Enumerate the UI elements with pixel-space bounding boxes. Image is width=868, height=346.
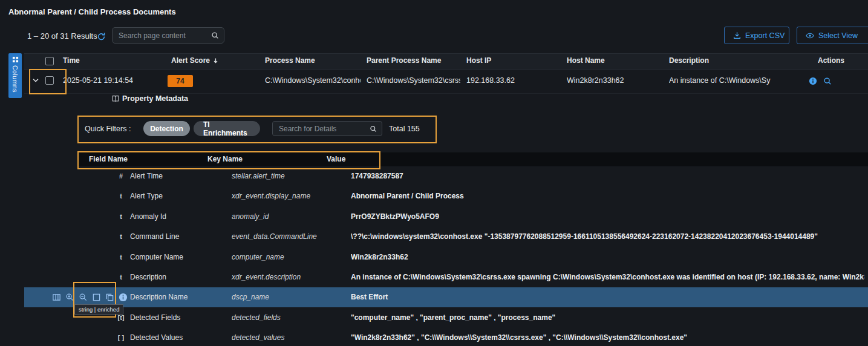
- book-icon: [111, 94, 120, 103]
- column-header-description[interactable]: Description: [669, 54, 709, 68]
- download-icon: [733, 31, 741, 39]
- meta-row-alert-type[interactable]: t Alert Type xdr_event.display_name Abno…: [24, 186, 868, 206]
- info-icon[interactable]: [809, 77, 817, 85]
- key-name: anomaly_id: [232, 207, 269, 227]
- meta-row-detected-fields[interactable]: [t] Detected Fields detected_fields "com…: [24, 308, 868, 328]
- key-name: dscp_name: [232, 287, 269, 307]
- filter-pill-detection[interactable]: Detection: [143, 121, 190, 136]
- key-name: detected_values: [232, 328, 284, 346]
- expand-chevron-icon[interactable]: [31, 76, 40, 85]
- field-name: Computer Name: [130, 247, 183, 267]
- field-value: "computer_name" , "parent_proc_name" , "…: [351, 308, 864, 328]
- column-header-time[interactable]: Time: [63, 54, 80, 68]
- field-name: Detected Values: [130, 328, 183, 346]
- meta-column-key-name: Key Name: [207, 152, 243, 166]
- field-value: Win2k8r2n33h62: [351, 247, 864, 267]
- select-all-checkbox[interactable]: [45, 57, 54, 65]
- eye-icon: [806, 31, 814, 40]
- field-value: 1747938287587: [351, 166, 864, 186]
- search-icon: [370, 125, 377, 132]
- sort-desc-icon: [212, 57, 219, 64]
- field-value: \??\c:\windows\system32\conhost.exe "-13…: [351, 227, 864, 247]
- field-type-string-icon: t: [115, 207, 127, 227]
- filter-in-icon[interactable]: [65, 293, 74, 302]
- key-name: computer_name: [232, 247, 284, 267]
- export-csv-button[interactable]: Export CSV: [724, 27, 789, 44]
- filter-out-icon[interactable]: [79, 293, 88, 302]
- key-name: detected_fields: [232, 308, 281, 328]
- metadata-header-row: Field Name Key Name Value: [77, 152, 868, 166]
- filter-pill-ti-enrichments[interactable]: TI Enrichments: [194, 121, 260, 136]
- cell-process-name: C:\Windows\System32\conho: [265, 68, 361, 93]
- key-name: stellar.alert_time: [232, 166, 285, 186]
- field-name: Alert Type: [130, 186, 163, 206]
- field-type-number-icon: #: [115, 166, 127, 186]
- row-checkbox[interactable]: [45, 76, 54, 85]
- column-header-host-name[interactable]: Host Name: [567, 54, 605, 68]
- page-search-input[interactable]: [117, 31, 211, 41]
- field-value: "Win2k8r2n33h62" , "C:\\Windows\\System3…: [351, 328, 864, 346]
- investigate-search-icon[interactable]: [823, 77, 832, 85]
- meta-row-description[interactable]: t Description xdr_event.description An i…: [24, 267, 868, 287]
- key-name: xdr_event.description: [232, 267, 301, 287]
- field-value: Abnormal Parent / Child Process: [351, 186, 864, 206]
- field-name: Detected Fields: [130, 308, 180, 328]
- column-header-alert-score[interactable]: Alert Score: [171, 54, 219, 68]
- meta-row-description-name[interactable]: Description Name dscp_name Best Effort: [24, 287, 868, 307]
- grid-icon: [12, 56, 19, 63]
- key-name: event_data.CommandLine: [232, 227, 317, 247]
- select-view-button[interactable]: Select View: [797, 27, 868, 44]
- field-type-string-icon: t: [115, 247, 127, 267]
- app-root: Abnormal Parent / Child Process Document…: [0, 0, 868, 346]
- cell-description: An instance of C:\Windows\Sy: [669, 68, 809, 93]
- meta-row-anomaly-id[interactable]: t Anomaly Id anomaly_id PrrO9ZYBktzPWyo5…: [24, 207, 868, 227]
- cell-time: 2025-05-21 19:14:54: [63, 68, 133, 93]
- alert-score-badge: 74: [168, 75, 193, 87]
- details-search-input[interactable]: [278, 124, 370, 134]
- field-info-icon[interactable]: [119, 293, 128, 302]
- quick-filters-label: Quick Filters :: [85, 125, 131, 133]
- field-type-string-icon: t: [115, 267, 127, 287]
- select-view-label: Select View: [818, 31, 858, 40]
- field-value: PrrO9ZYBktzPWyo5AFO9: [351, 207, 864, 227]
- page-title: Abnormal Parent / Child Process Document…: [8, 7, 176, 16]
- total-count: Total 155: [389, 125, 420, 133]
- field-name: Command Line: [130, 227, 179, 247]
- page-search[interactable]: [112, 27, 224, 44]
- meta-row-command-line[interactable]: t Command Line event_data.CommandLine \?…: [24, 227, 868, 247]
- field-type-array-icon: [ ]: [115, 328, 127, 346]
- field-name: Alert Time: [130, 166, 163, 186]
- table-row[interactable]: 2025-05-21 19:14:54 74 C:\Windows\System…: [24, 68, 868, 94]
- field-type-string-icon: t: [115, 227, 127, 247]
- field-type-tooltip: string | enriched: [74, 304, 123, 315]
- column-header-host-ip[interactable]: Host IP: [466, 54, 491, 68]
- results-count: 1 – 20 of 31 Results: [27, 31, 97, 41]
- select-value-icon[interactable]: [92, 293, 101, 302]
- columns-tab-label: Columns: [11, 65, 19, 93]
- field-name: Description: [130, 267, 166, 287]
- copy-icon[interactable]: [105, 293, 114, 302]
- meta-column-field-name: Field Name: [89, 152, 128, 166]
- field-name: Description Name: [130, 287, 188, 307]
- property-metadata-title: Property Metadata: [122, 94, 188, 103]
- key-name: xdr_event.display_name: [232, 186, 310, 206]
- refresh-icon[interactable]: [97, 32, 106, 41]
- export-csv-label: Export CSV: [745, 31, 785, 40]
- meta-row-detected-values[interactable]: [ ] Detected Values detected_values "Win…: [24, 328, 868, 346]
- column-header-actions: Actions: [818, 54, 844, 68]
- field-value: Best Effort: [351, 287, 864, 307]
- meta-row-computer-name[interactable]: t Computer Name computer_name Win2k8r2n3…: [24, 247, 868, 267]
- cell-host-ip: 192.168.33.62: [466, 68, 515, 93]
- column-header-parent-process-name[interactable]: Parent Process Name: [367, 54, 441, 68]
- add-column-icon[interactable]: [52, 293, 61, 302]
- field-name: Anomaly Id: [130, 207, 166, 227]
- columns-panel-tab[interactable]: Columns: [8, 53, 22, 98]
- meta-column-value: Value: [327, 152, 345, 166]
- details-search[interactable]: [272, 121, 382, 136]
- field-value: An instance of C:\Windows\System32\csrss…: [351, 267, 864, 287]
- cell-parent-process-name: C:\Windows\System32\csrss.e: [367, 68, 460, 93]
- column-header-process-name[interactable]: Process Name: [265, 54, 315, 68]
- meta-row-alert-time[interactable]: # Alert Time stellar.alert_time 17479382…: [24, 166, 868, 186]
- cell-host-name: Win2k8r2n33h62: [567, 68, 624, 93]
- row-actions: [809, 68, 832, 93]
